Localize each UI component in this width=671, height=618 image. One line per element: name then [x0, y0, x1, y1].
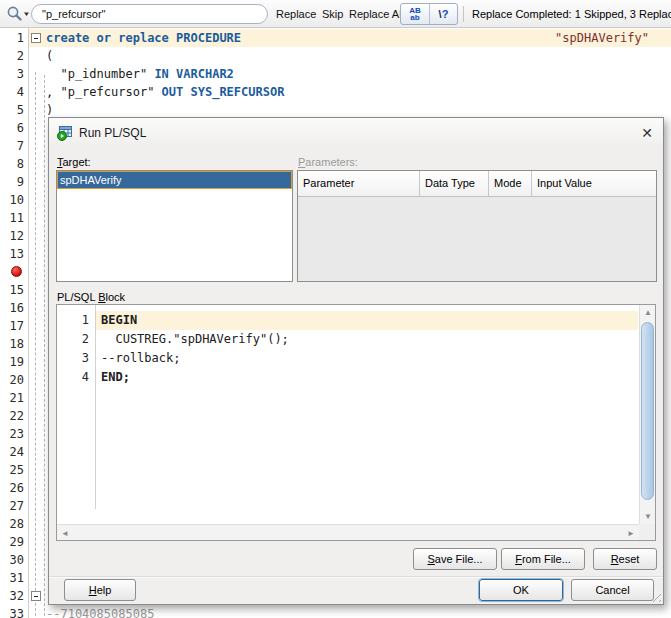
code-line-4: , "p_refcursor" OUT SYS_REFCURSOR	[46, 83, 284, 101]
line-number: 25	[0, 461, 24, 479]
skip-button[interactable]: Skip	[322, 8, 343, 20]
plsql-line-number: 3	[57, 349, 89, 368]
line-number: 20	[0, 371, 24, 389]
button-row-separator	[49, 576, 663, 578]
line-number: 32	[0, 587, 24, 605]
vertical-scrollbar[interactable]: ▲ ▼	[639, 305, 655, 524]
breakpoint-dot[interactable]	[11, 266, 22, 277]
dialog-title: Run PL/SQL	[79, 126, 146, 140]
indent-guide-line	[44, 75, 45, 618]
plsql-code-line: --rollback;	[101, 349, 180, 368]
parameters-column-header[interactable]: Parameter	[298, 171, 420, 196]
reset-button[interactable]: Reset	[593, 548, 657, 570]
scroll-up-icon[interactable]: ▲	[644, 308, 652, 317]
fold-collapse-icon[interactable]	[31, 591, 41, 601]
code-line-2: (	[46, 47, 53, 65]
target-label: Target:	[57, 156, 91, 168]
scroll-down-icon[interactable]: ▼	[644, 512, 652, 521]
target-list-item[interactable]: spDHAVerify	[57, 171, 292, 189]
line-number: 5	[0, 101, 24, 119]
parameters-table[interactable]: ParameterData TypeModeInput Value	[297, 170, 657, 282]
scroll-right-icon[interactable]: ►	[627, 529, 635, 538]
line-number: 13	[0, 245, 24, 263]
plsql-line-number: 1	[57, 311, 89, 330]
line-number: 7	[0, 137, 24, 155]
line-number: 23	[0, 425, 24, 443]
save-file-button[interactable]: Save File...	[413, 548, 497, 570]
parameters-column-header[interactable]: Data Type	[420, 171, 489, 196]
vertical-scroll-thumb[interactable]	[641, 322, 654, 500]
run-plsql-icon	[57, 125, 73, 141]
horizontal-scrollbar[interactable]: ◄ ►	[57, 524, 639, 540]
line-number: 6	[0, 119, 24, 137]
line-number: 21	[0, 389, 24, 407]
search-replace-toolbar: "p_refcursor" Replace Skip Replace All A…	[0, 0, 671, 28]
ok-button[interactable]: OK	[479, 579, 563, 601]
replace-status-text: Replace Completed: 1 Skipped, 3 Replaced	[472, 8, 671, 20]
line-number: 26	[0, 479, 24, 497]
line-number: 17	[0, 317, 24, 335]
line-number: 4	[0, 83, 24, 101]
line-number: 22	[0, 407, 24, 425]
line-number: 1	[0, 29, 24, 47]
line-number: 2	[0, 47, 24, 65]
line-number: 24	[0, 443, 24, 461]
run-plsql-dialog: Run PL/SQL ✕ Target: spDHAVerify Paramet…	[48, 117, 664, 605]
toolbar-separator	[463, 6, 464, 22]
scroll-left-icon[interactable]: ◄	[61, 529, 69, 538]
line-number: 3	[0, 65, 24, 83]
regex-escape-icon[interactable]: \?	[429, 4, 457, 24]
line-number: 8	[0, 155, 24, 173]
line-number: 11	[0, 209, 24, 227]
line-number: 18	[0, 335, 24, 353]
parameters-column-header[interactable]: Input Value	[532, 171, 656, 196]
plsql-block-label: PL/SQL Block	[57, 291, 125, 303]
cancel-button[interactable]: Cancel	[571, 579, 654, 601]
line-number: 15	[0, 281, 24, 299]
line-number: 12	[0, 227, 24, 245]
line-number: 19	[0, 353, 24, 371]
line-number: 33	[0, 605, 24, 618]
parameters-table-header: ParameterData TypeModeInput Value	[298, 171, 656, 197]
line-number: 16	[0, 299, 24, 317]
parameters-column-header[interactable]: Mode	[489, 171, 532, 196]
plsql-current-line-highlight	[96, 311, 638, 330]
line-number: 31	[0, 569, 24, 587]
plsql-line-number: 2	[57, 330, 89, 349]
search-input[interactable]: "p_refcursor"	[31, 4, 268, 24]
replace-button[interactable]: Replace	[276, 8, 316, 20]
plsql-block-editor[interactable]: 1BEGIN2 CUSTREG."spDHAVerify"();3--rollb…	[56, 304, 656, 541]
plsql-line-number: 4	[57, 368, 89, 387]
dialog-titlebar[interactable]: Run PL/SQL ✕	[49, 118, 663, 148]
line-number: 10	[0, 191, 24, 209]
code-line-1: create or replace PROCEDURE	[46, 29, 241, 47]
search-icon[interactable]	[5, 4, 31, 24]
line-number: 9	[0, 173, 24, 191]
match-case-icon[interactable]: AB ab	[401, 4, 429, 24]
replace-all-button[interactable]: Replace All	[349, 8, 404, 20]
target-list[interactable]: spDHAVerify	[56, 170, 293, 282]
code-line-33: --7104085085085	[46, 605, 154, 618]
help-button[interactable]: Help	[64, 579, 136, 601]
line-number: 30	[0, 551, 24, 569]
line-number: 27	[0, 497, 24, 515]
plsql-code-line: BEGIN	[101, 311, 137, 330]
scrollbar-corner	[639, 524, 655, 540]
line-number: 29	[0, 533, 24, 551]
code-line-3: "p_idnumber" IN VARCHAR2	[46, 65, 234, 83]
match-case-bottom-text: ab	[410, 14, 419, 21]
line-number: 28	[0, 515, 24, 533]
plsql-code-line: END;	[101, 368, 130, 387]
procedure-name-text: "spDHAVerify"	[555, 29, 649, 47]
parameters-label: Parameters:	[298, 156, 358, 168]
close-icon[interactable]: ✕	[641, 124, 653, 142]
from-file-button[interactable]: From File...	[501, 548, 585, 570]
plsql-gutter-separator	[95, 305, 96, 509]
search-options-group: AB ab \?	[400, 3, 458, 25]
sql-developer-window: "p_refcursor" Replace Skip Replace All A…	[0, 0, 671, 618]
plsql-code-line: CUSTREG."spDHAVerify"();	[101, 330, 289, 349]
gutter-separator	[28, 28, 29, 618]
fold-collapse-icon[interactable]	[31, 33, 41, 43]
fold-guide-line	[35, 72, 36, 618]
